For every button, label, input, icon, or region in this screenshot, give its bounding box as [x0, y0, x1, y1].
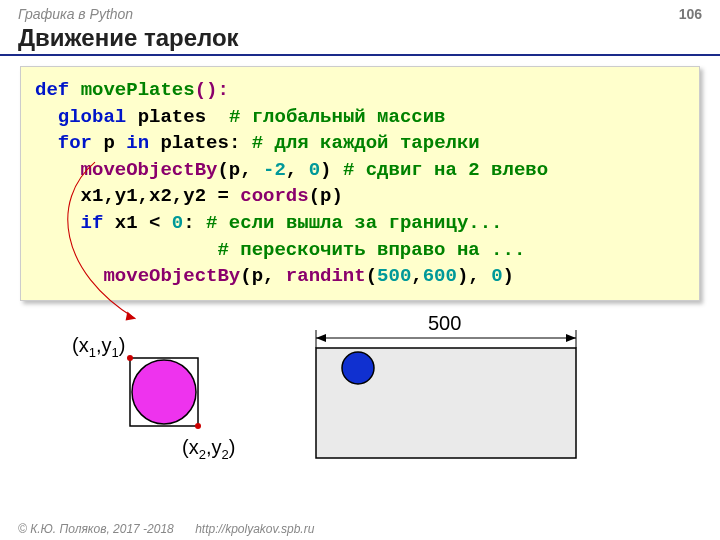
- paren: ): [457, 265, 468, 287]
- footer-url: http://kpolyakov.spb.ru: [195, 522, 314, 536]
- header: Графика в Python 106: [0, 0, 720, 24]
- comment: # сдвиг на 2 влево: [343, 159, 548, 181]
- kw-for: for: [58, 132, 92, 154]
- kw-global: global: [58, 106, 126, 128]
- svg-point-2: [132, 360, 196, 424]
- comment: # если вышла за границу...: [206, 212, 502, 234]
- comma: ,: [411, 265, 422, 287]
- ident: plates: [138, 106, 206, 128]
- assign: x1,y1,x2,y2 =: [81, 185, 241, 207]
- code-block: def movePlates(): global plates # глобал…: [20, 66, 700, 301]
- footer: © К.Ю. Поляков, 2017 -2018 http://kpolya…: [18, 522, 314, 536]
- fn-call: moveObjectBy: [103, 265, 240, 287]
- diagram: (x1,y1) (x2,y2) 500: [18, 310, 698, 490]
- comma: ,: [286, 159, 309, 181]
- fn-name: movePlates: [81, 79, 195, 101]
- paren-close: ): [503, 265, 514, 287]
- svg-marker-12: [566, 334, 576, 342]
- comma: ,: [468, 265, 491, 287]
- svg-text:(x2,y2): (x2,y2): [182, 436, 235, 462]
- num: 0: [491, 265, 502, 287]
- num: 500: [377, 265, 411, 287]
- label-x2y2: (x: [182, 436, 199, 458]
- svg-point-4: [195, 423, 201, 429]
- comment: # глобальный массив: [229, 106, 446, 128]
- blue-circle-icon: [342, 352, 374, 384]
- num: 0: [309, 159, 320, 181]
- ident: p: [103, 132, 114, 154]
- fn-call: moveObjectBy: [81, 159, 218, 181]
- num: 0: [172, 212, 183, 234]
- args: (p,: [217, 159, 263, 181]
- args: (p): [309, 185, 343, 207]
- label-width: 500: [428, 312, 461, 334]
- ident: plates:: [160, 132, 240, 154]
- kw-in: in: [126, 132, 149, 154]
- num: -2: [263, 159, 286, 181]
- paren: (: [366, 265, 377, 287]
- label-x1y1: (x: [72, 334, 89, 356]
- paren-close: ): [320, 159, 331, 181]
- svg-point-3: [127, 355, 133, 361]
- svg-marker-11: [316, 334, 326, 342]
- header-left: Графика в Python: [18, 6, 133, 22]
- fn-call: randint: [286, 265, 366, 287]
- kw-def: def: [35, 79, 69, 101]
- cond: x1 <: [103, 212, 171, 234]
- comment: # перескочить вправо на ...: [217, 239, 525, 261]
- fn-call: coords: [240, 185, 308, 207]
- num: 600: [423, 265, 457, 287]
- args: (p,: [240, 265, 286, 287]
- copyright: © К.Ю. Поляков, 2017 -2018: [18, 522, 174, 536]
- colon: :: [183, 212, 194, 234]
- page-number: 106: [679, 6, 702, 22]
- paren: ():: [195, 79, 229, 101]
- page-title: Движение тарелок: [0, 24, 720, 56]
- comment: # для каждой тарелки: [252, 132, 480, 154]
- svg-text:(x1,y1): (x1,y1): [72, 334, 125, 360]
- kw-if: if: [81, 212, 104, 234]
